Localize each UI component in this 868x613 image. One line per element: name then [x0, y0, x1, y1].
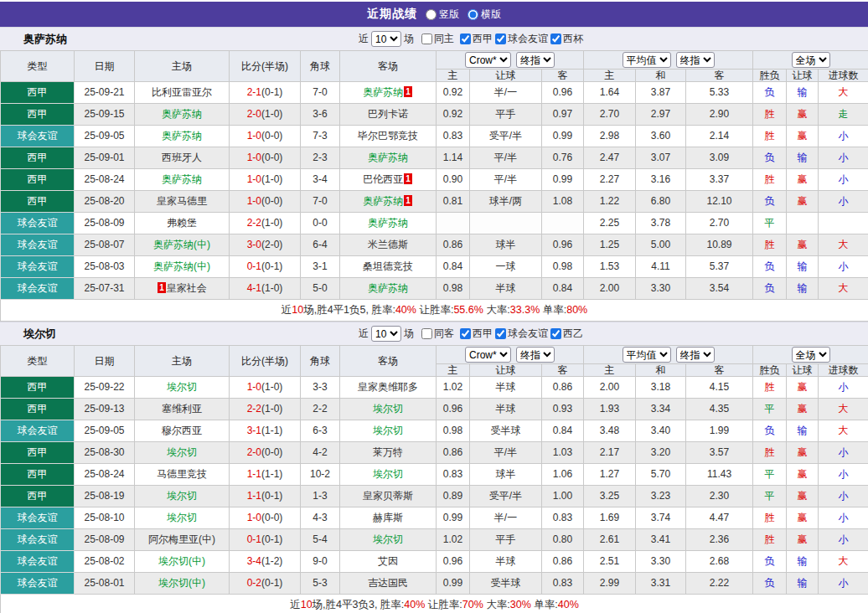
score-cell: 3-0(2-0)	[230, 234, 301, 256]
laliga-checkbox[interactable]	[460, 33, 471, 44]
avg-draw-cell: 3.18	[636, 377, 686, 399]
team-name: 埃尔切	[373, 425, 403, 436]
goals-result-cell: 大	[819, 278, 868, 300]
league-checkbox-laliga[interactable]: 西甲	[460, 32, 493, 46]
summary-text: 近10场,胜4平1负5, 胜率:40% 让胜率:55.6% 大率:33.3% 单…	[1, 300, 868, 322]
corners-cell: 2-3	[301, 147, 340, 169]
league-checkbox-laliga[interactable]: 西甲	[460, 327, 493, 341]
friendly-checkbox[interactable]	[495, 33, 506, 44]
segunda-checkbox[interactable]	[550, 328, 561, 339]
avg-final-select[interactable]: 终指	[676, 347, 715, 363]
laliga-checkbox[interactable]	[460, 328, 471, 339]
col-avg-home: 主	[584, 364, 636, 377]
halftime-score: (1-0)	[261, 403, 282, 415]
odds-final-select[interactable]: 终指	[516, 52, 555, 68]
same-home-checkbox[interactable]	[421, 33, 432, 44]
avg-away-cell: 2.30	[686, 486, 753, 507]
col-date: 日期	[75, 346, 135, 377]
same-away-checkbox-label[interactable]: 同客	[421, 327, 454, 341]
avg-source-select[interactable]: 平均值	[623, 52, 671, 68]
horizontal-layout-radio-label[interactable]: 横版	[468, 8, 501, 22]
avg-home-cell: 3.48	[584, 420, 636, 442]
odds-final-select[interactable]: 终指	[516, 347, 555, 363]
corners-cell: 3-6	[301, 104, 340, 126]
fulltime-score: 3-4	[247, 555, 261, 567]
team-name: 奥萨苏纳	[363, 86, 403, 98]
handicap-result-cell: 输	[787, 147, 819, 169]
away-team-cell: 埃尔切	[340, 464, 437, 486]
avg-home-cell: 2.51	[584, 551, 636, 573]
avg-draw-cell: 3.07	[636, 147, 686, 169]
league-cell: 球会友谊	[1, 551, 75, 573]
summary-text: 近10场,胜4平3负3, 胜率:40% 让胜率:70% 大率:30% 单率:40…	[1, 595, 868, 613]
date-cell: 25-09-22	[75, 377, 135, 399]
fulltime-score: 2-0	[247, 108, 261, 120]
league-checkbox-friendly[interactable]: 球会友谊	[495, 327, 548, 341]
avg-draw-cell: 3.23	[636, 486, 686, 507]
recent-count-select[interactable]: 10	[371, 31, 401, 47]
away-team-cell: 莱万特	[340, 442, 437, 464]
avg-final-select[interactable]: 终指	[676, 52, 715, 68]
match-row: 球会友谊25-08-10埃尔切1-0(0-0)4-3赫库斯0.99半/一0.83…	[1, 507, 868, 529]
handicap-cell: 平/半	[470, 442, 542, 464]
league-cell: 西甲	[1, 486, 75, 507]
odds-source-select[interactable]: Crow*	[465, 52, 511, 68]
scope-select[interactable]: 全场	[792, 52, 830, 68]
halftime-score: (1-0)	[261, 282, 282, 294]
league-checkbox-segunda[interactable]: 西乙	[550, 327, 583, 341]
result-cell: 平	[753, 399, 787, 420]
avg-source-select[interactable]: 平均值	[623, 347, 671, 363]
copa-checkbox[interactable]	[550, 33, 561, 44]
home-team-cell: 1皇家社会	[135, 278, 230, 300]
handicap-cell: 受半球	[470, 420, 542, 442]
home-team-cell: 埃尔切	[135, 507, 230, 529]
avg-draw-cell: 3.40	[636, 420, 686, 442]
scope-select[interactable]: 全场	[792, 347, 830, 363]
odds-group-header: Crow*终指	[437, 346, 584, 364]
handicap-cell: 平手	[470, 104, 542, 126]
fulltime-score: 1-0	[247, 195, 261, 207]
league-cell: 西甲	[1, 147, 75, 169]
halftime-score: (0-1)	[261, 260, 282, 272]
home-odds-cell: 1.02	[437, 529, 470, 551]
col-away: 客场	[340, 51, 437, 82]
col-odds-home: 主	[437, 364, 470, 377]
red-card-badge: 1	[404, 173, 412, 184]
corners-cell: 7-0	[301, 191, 340, 213]
goals-result-cell: 大	[819, 82, 868, 104]
horizontal-layout-radio[interactable]	[468, 9, 478, 20]
match-row: 西甲25-09-01西班牙人1-0(0-0)2-3奥萨苏纳1.14平/半0.76…	[1, 147, 868, 169]
avg-away-cell: 5.37	[686, 256, 753, 278]
handicap-cell: 平/半	[470, 169, 542, 191]
col-corner: 角球	[301, 346, 340, 377]
handicap-result-cell: 输	[787, 573, 819, 595]
score-cell: 1-0(0-0)	[230, 147, 301, 169]
vertical-layout-radio-label[interactable]: 竖版	[426, 8, 459, 22]
recent-count-select[interactable]: 10	[371, 326, 401, 342]
halftime-score: (1-1)	[261, 468, 282, 480]
league-checkbox-friendly[interactable]: 球会友谊	[495, 32, 548, 46]
away-odds-cell: 0.96	[542, 234, 584, 256]
avg-group-header: 平均值终指	[584, 346, 753, 364]
col-score: 比分(半场)	[230, 51, 301, 82]
league-cell: 球会友谊	[1, 126, 75, 147]
same-home-checkbox-label[interactable]: 同主	[421, 32, 454, 46]
match-row: 西甲25-08-20皇家马德里1-0(0-0)7-0奥萨苏纳10.81球半/两1…	[1, 191, 868, 213]
home-odds-cell: 0.83	[437, 126, 470, 147]
same-away-checkbox[interactable]	[421, 328, 432, 339]
vertical-layout-radio[interactable]	[426, 9, 437, 20]
halftime-score: (1-0)	[261, 217, 282, 229]
match-row: 球会友谊25-08-09弗赖堡2-2(1-0)0-0奥萨苏纳2.253.782.…	[1, 213, 868, 234]
halftime-score: (1-1)	[261, 425, 282, 436]
away-team-cell: 奥萨苏纳1	[340, 191, 437, 213]
league-checkbox-copa[interactable]: 西杯	[550, 32, 583, 46]
date-cell: 25-08-30	[75, 442, 135, 464]
team-name: 埃尔切	[373, 468, 403, 480]
friendly-checkbox[interactable]	[495, 328, 506, 339]
match-row: 球会友谊25-09-05穆尔西亚3-1(1-1)6-3埃尔切0.98受半球0.8…	[1, 420, 868, 442]
avg-draw-cell: 3.34	[636, 399, 686, 420]
score-cell: 1-0(1-0)	[230, 377, 301, 399]
match-row: 球会友谊25-09-05奥萨苏纳1-0(0-0)7-3毕尔巴鄂竞技0.83受平/…	[1, 126, 868, 147]
date-cell: 25-09-05	[75, 420, 135, 442]
odds-source-select[interactable]: Crow*	[465, 347, 511, 363]
